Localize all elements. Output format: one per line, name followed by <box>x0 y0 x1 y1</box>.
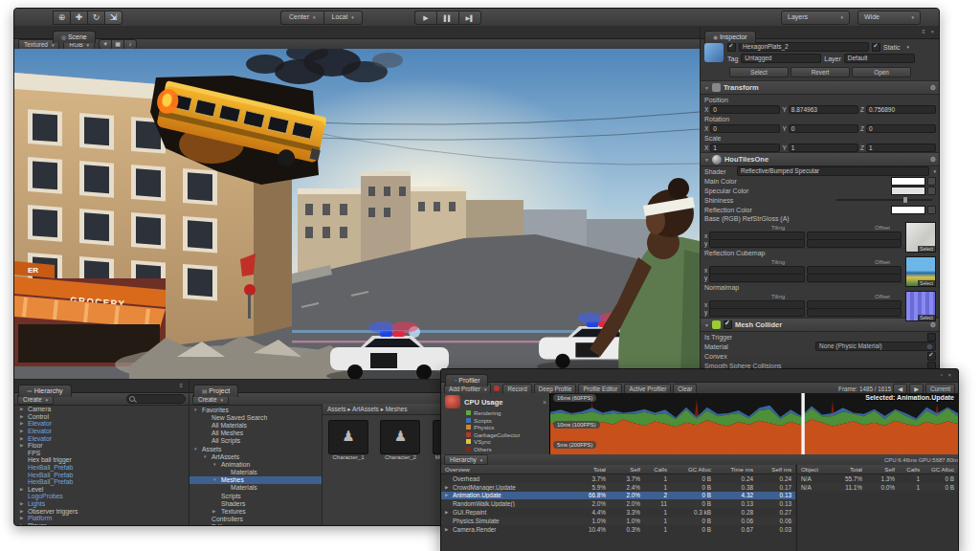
cpu-usage-chart[interactable]: 16ms (60FPS) 10ms (100FPS) 5ms (200FPS) … <box>549 393 958 455</box>
component-enabled-checkbox[interactable] <box>724 320 732 329</box>
hierarchy-item[interactable]: ▶ Elevator <box>14 428 189 435</box>
offset-y-field[interactable] <box>807 308 902 317</box>
model-button[interactable]: Revert <box>791 67 850 77</box>
gameobject-name-field[interactable]: HexagonPlats_2 <box>739 42 869 52</box>
project-tree-item[interactable]: All Meshes <box>189 430 322 437</box>
project-tree-item[interactable]: Scripts <box>189 492 322 499</box>
layers-dropdown[interactable]: Layers▾ <box>781 11 850 25</box>
hierarchy-item[interactable]: ▶ Camera <box>14 406 189 413</box>
mesh-collider-header[interactable]: ▼ Mesh Collider⚙ <box>701 318 940 332</box>
gear-icon[interactable]: ⚙ <box>930 156 936 164</box>
detail-row[interactable]: N/A 55.7% 1.3% 1 0 B <box>797 474 958 483</box>
scale-y-field[interactable]: 1 <box>789 143 858 152</box>
tab-profiler[interactable]: ◔ Profiler <box>445 374 488 386</box>
layer-dropdown[interactable]: Default <box>844 54 915 63</box>
expand-arrow-icon[interactable]: ▶ <box>445 493 451 497</box>
profiler-toolbar-button[interactable]: Clear <box>673 384 697 394</box>
position-x-field[interactable]: 0 <box>710 105 780 114</box>
hierarchy-item[interactable]: ▶ Control <box>14 413 189 421</box>
space-toggle[interactable]: Local▾ <box>323 11 363 25</box>
profiler-row[interactable]: Overhead 3.7% 3.7% 1 0 B 0.24 0.24 <box>441 474 795 483</box>
shader-dropdown[interactable]: Reflective/Bumped Specular <box>737 166 929 176</box>
expand-arrow-icon[interactable]: ▶ <box>20 523 26 526</box>
eyedropper-icon[interactable] <box>927 177 936 186</box>
gear-icon[interactable]: ⚙ <box>930 84 936 92</box>
hierarchy-item[interactable]: ▶ Floor <box>14 442 189 450</box>
tool-button[interactable]: ⇲ <box>104 11 122 25</box>
tool-button[interactable]: ⊕ <box>53 11 70 25</box>
hierarchy-item[interactable]: ▶ Elevator <box>14 420 189 428</box>
asset-tile[interactable]: ♟ Character_2 <box>378 420 422 461</box>
eyedropper-icon[interactable] <box>927 206 936 214</box>
profiler-toolbar-button[interactable]: Profile Editor <box>578 384 622 394</box>
material-header[interactable]: ▼ HouTilesOne⚙ <box>701 152 940 166</box>
tab-project[interactable]: ▤ Project <box>193 385 238 397</box>
tiling-y-field[interactable] <box>709 308 804 317</box>
tiling-y-field[interactable] <box>709 239 804 248</box>
offset-y-field[interactable] <box>807 239 902 248</box>
legend-item[interactable]: Physics <box>441 424 549 431</box>
expand-arrow-icon[interactable]: ▶ <box>445 527 451 532</box>
column-header[interactable]: Object <box>797 466 830 473</box>
expand-arrow-icon[interactable]: ▶ <box>20 407 26 411</box>
current-frame-button[interactable]: Current <box>925 384 955 394</box>
profiler-row[interactable]: Physics.Simulate 1.0% 1.0% 1 0 B 0.06 0.… <box>441 517 795 525</box>
profiler-row[interactable]: RandomWalk.Update() 2.0% 2.0% 11 0 B 0.1… <box>441 499 795 508</box>
property-control[interactable] <box>927 333 936 342</box>
rotation-x-field[interactable]: 0 <box>710 124 780 133</box>
column-header[interactable]: Calls <box>644 466 671 473</box>
property-control[interactable]: None (Physic Material)◎ <box>815 342 936 351</box>
record-icon[interactable] <box>494 386 500 391</box>
project-tree-item[interactable]: ▼ Editor <box>189 523 322 526</box>
column-header[interactable]: GC Alloc <box>671 466 715 473</box>
close-icon[interactable]: × <box>543 399 546 406</box>
legend-item[interactable]: Others <box>441 446 549 453</box>
model-button[interactable]: Select <box>729 67 789 77</box>
legend-item[interactable]: VSync <box>441 438 549 446</box>
expand-arrow-icon[interactable]: ▼ <box>212 477 217 482</box>
project-tree-item[interactable]: ▼ Favorites <box>189 406 322 413</box>
expand-arrow-icon[interactable]: ▶ <box>212 509 217 514</box>
hierarchy-item[interactable]: LogoProbes <box>14 493 189 500</box>
tag-dropdown[interactable]: Untagged <box>741 54 821 63</box>
expand-arrow-icon[interactable]: ▼ <box>203 524 208 526</box>
tool-button[interactable]: ✚ <box>70 11 87 25</box>
profiler-row[interactable]: ▶GUI.Repaint 4.4% 3.3% 1 0.3 kB 0.28 0.2… <box>441 508 795 517</box>
hierarchy-item[interactable]: HexBall_Prefab <box>14 464 189 472</box>
gear-icon[interactable]: ⚙ <box>930 321 936 329</box>
expand-arrow-icon[interactable]: ▶ <box>445 510 451 515</box>
hierarchy-item[interactable]: ▶ Observer triggers <box>14 507 189 515</box>
tab-hierarchy[interactable]: ≔ Hierarchy <box>18 385 72 397</box>
project-tree-item[interactable]: All Scripts <box>189 437 322 445</box>
project-tree-item[interactable]: ▼ ArtAssets <box>189 452 322 460</box>
tiling-y-field[interactable] <box>709 274 804 282</box>
tab-scene[interactable]: ◍ Scene <box>53 31 96 43</box>
expand-arrow-icon[interactable]: ▶ <box>20 421 26 426</box>
eyedropper-icon[interactable] <box>927 187 936 195</box>
hierarchy-item[interactable]: HexBall_Prefab <box>14 478 189 486</box>
hierarchy-item[interactable]: FPS <box>14 450 189 457</box>
scene-gizmo[interactable]: ◄ Persp <box>631 56 686 118</box>
profiler-toolbar-button[interactable]: Record <box>502 384 531 394</box>
scale-x-field[interactable]: 1 <box>710 143 780 152</box>
transform-header[interactable]: ▼ Transform⚙ <box>701 80 940 95</box>
project-tree-item[interactable]: Controllers <box>189 516 322 523</box>
profiler-row[interactable]: ▶Animation.Update 66.8% 2.0% 2 0 B 4.32 … <box>441 492 795 500</box>
expand-arrow-icon[interactable]: ▶ <box>20 443 26 448</box>
reflection-color-swatch[interactable] <box>891 206 925 214</box>
column-header[interactable]: Self <box>866 466 899 473</box>
offset-y-field[interactable] <box>807 274 902 282</box>
project-tree-item[interactable]: ▼ Meshes <box>189 476 322 484</box>
view-mode-dropdown[interactable]: Hierarchy▾ <box>444 454 488 465</box>
profiler-toolbar-button[interactable]: Deep Profile <box>534 384 577 394</box>
legend-item[interactable]: Rendering <box>441 409 549 417</box>
expand-arrow-icon[interactable]: ▶ <box>20 414 26 419</box>
scene-viewport[interactable]: ER GROCERY <box>14 49 700 379</box>
project-tree-item[interactable]: All Materials <box>189 421 322 429</box>
search-input[interactable] <box>126 394 186 404</box>
column-header[interactable]: GC Alloc <box>924 466 958 473</box>
expand-arrow-icon[interactable]: ▼ <box>193 408 198 412</box>
hierarchy-item[interactable]: ▶ Lights <box>14 500 189 508</box>
hierarchy-item[interactable]: Hex ball trigger <box>14 456 189 464</box>
static-dropdown-icon[interactable]: ▾ <box>907 44 910 50</box>
